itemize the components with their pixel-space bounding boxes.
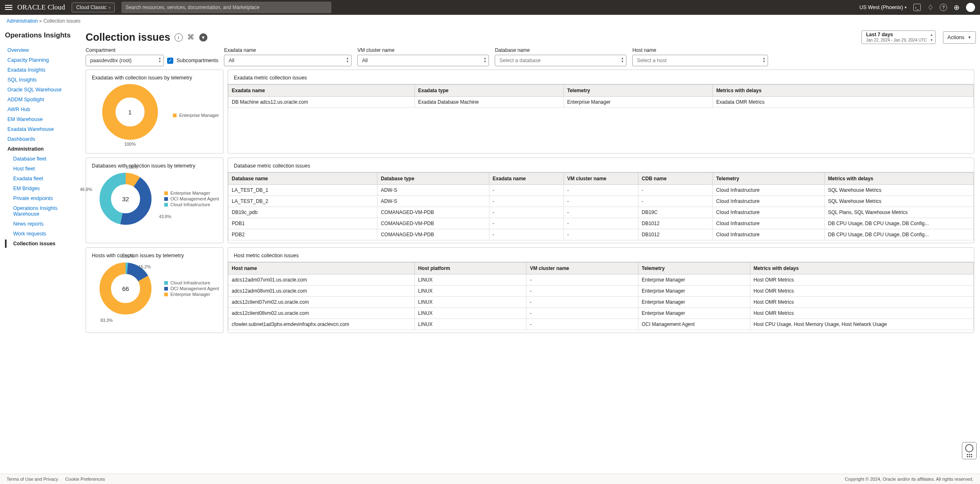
compartment-select[interactable]: paasdevdbx (root)▴▾ bbox=[86, 55, 164, 66]
sidebar-item-private-endpoints[interactable]: Private endpoints bbox=[5, 193, 82, 203]
table-cell: DB19C bbox=[638, 207, 713, 218]
subcompartments-checkbox[interactable]: ✓ bbox=[167, 58, 173, 64]
sidebar-item-capacity-planning[interactable]: Capacity Planning bbox=[5, 55, 82, 65]
table-header[interactable]: Metrics with delays bbox=[824, 173, 973, 185]
legend-item[interactable]: Cloud Infrastructure bbox=[164, 280, 219, 285]
sidebar-item-work-requests[interactable]: Work requests bbox=[5, 229, 82, 239]
sidebar-item-operations-insights-warehouse[interactable]: Operations Insights Warehouse bbox=[5, 203, 82, 219]
sidebar-item-oracle-sql-warehouse[interactable]: Oracle SQL Warehouse bbox=[5, 85, 82, 95]
compartment-tree-icon[interactable]: ⌘ bbox=[187, 33, 195, 42]
table-header[interactable]: Metrics with delays bbox=[750, 263, 973, 275]
table-row[interactable]: PDB1COMANAGED-VM-PDB--DB1012Cloud Infras… bbox=[228, 218, 974, 229]
database-metric-table[interactable]: Database nameDatabase typeExadata nameVM… bbox=[228, 172, 974, 240]
table-row[interactable]: DB Machine adcs12.us.oracle.comExadata D… bbox=[228, 97, 974, 108]
table-header[interactable]: Telemetry bbox=[563, 85, 712, 97]
notifications-icon[interactable]: ♢ bbox=[926, 4, 934, 11]
databases-donut-chart[interactable]: 32 9.38% 43.8% 46.9% bbox=[99, 172, 152, 226]
sidebar-item-host-fleet[interactable]: Host fleet bbox=[5, 164, 82, 174]
exadata-name-select[interactable]: All▴▾ bbox=[224, 55, 351, 66]
table-row[interactable]: adcs12client08vm02.us.oracle.comLINUX-En… bbox=[228, 308, 974, 319]
table-header[interactable]: Database name bbox=[228, 173, 377, 185]
table-header[interactable]: Exadata type bbox=[414, 85, 563, 97]
panel-title: Databases with collection issues by tele… bbox=[86, 158, 223, 172]
table-header[interactable]: Host name bbox=[228, 263, 415, 275]
global-search-input[interactable] bbox=[121, 2, 331, 13]
table-row[interactable]: adcs12client07vm02.us.oracle.comLINUX-En… bbox=[228, 297, 974, 308]
table-header[interactable]: CDB name bbox=[638, 173, 713, 185]
sidebar-item-exadata-warehouse[interactable]: Exadata Warehouse bbox=[5, 124, 82, 134]
nav-menu-button[interactable] bbox=[5, 4, 12, 11]
table-cell: LINUX bbox=[414, 297, 526, 308]
table-row[interactable]: adcs12adm08vm01.us.oracle.comLINUX-Enter… bbox=[228, 286, 974, 297]
sidebar-item-database-fleet[interactable]: Database fleet bbox=[5, 154, 82, 164]
panel-title: Database metric collection issues bbox=[228, 158, 974, 172]
time-range-picker[interactable]: Last 7 days Jan 22, 2024 - Jan 29, 2024 … bbox=[861, 30, 936, 44]
breadcrumb: Administration » Collection issues bbox=[0, 15, 980, 27]
actions-menu-button[interactable]: Actions▼ bbox=[943, 31, 976, 44]
host-metric-table[interactable]: Host nameHost platformVM cluster nameTel… bbox=[228, 262, 974, 330]
table-cell: DB CPU Usage, DB CPU Usage, DB Config... bbox=[824, 218, 973, 229]
table-row[interactable]: PDB2COMANAGED-VM-PDB--DB1012Cloud Infras… bbox=[228, 229, 974, 240]
table-header[interactable]: Host platform bbox=[414, 263, 526, 275]
legend-item[interactable]: Enterprise Manager bbox=[173, 113, 219, 118]
sidebar-item-em-bridges[interactable]: EM Bridges bbox=[5, 184, 82, 193]
legend-item[interactable]: OCI Management Agent bbox=[164, 196, 219, 201]
region-selector[interactable]: US West (Phoenix)▾ bbox=[859, 3, 908, 12]
table-cell: DB CPU Usage, DB CPU Usage, DB Config... bbox=[824, 229, 973, 240]
vmcluster-name-select[interactable]: All▴▾ bbox=[357, 55, 489, 66]
sidebar-item-exadata-insights[interactable]: Exadata Insights bbox=[5, 65, 82, 75]
table-cell: - bbox=[526, 319, 638, 330]
cloud-classic-button[interactable]: Cloud Classic› bbox=[72, 2, 115, 12]
table-header[interactable]: Telemetry bbox=[713, 173, 825, 185]
table-header[interactable]: Telemetry bbox=[638, 263, 750, 275]
table-cell: COMANAGED-VM-PDB bbox=[377, 229, 489, 240]
dev-tools-icon[interactable]: ›_ bbox=[913, 4, 921, 11]
table-row[interactable]: DB19c_pdbCOMANAGED-VM-PDB--DB19CCloud In… bbox=[228, 207, 974, 218]
oracle-cloud-logo[interactable]: ORACLE Cloud bbox=[17, 3, 65, 12]
legend-item[interactable]: Enterprise Manager bbox=[164, 292, 219, 297]
table-row[interactable]: LA_TEST_DB_1ADW-S---Cloud Infrastructure… bbox=[228, 185, 974, 196]
panel-exadata-table: Exadata metric collection issues Exadata… bbox=[228, 70, 974, 154]
sidebar-item-sql-insights[interactable]: SQL Insights bbox=[5, 75, 82, 85]
exadata-metric-table[interactable]: Exadata nameExadata typeTelemetryMetrics… bbox=[228, 84, 974, 108]
sidebar-item-exadata-fleet[interactable]: Exadata fleet bbox=[5, 174, 82, 184]
table-header[interactable]: Exadata name bbox=[228, 85, 415, 97]
table-header[interactable]: VM cluster name bbox=[563, 173, 638, 185]
table-cell: Host OMR Metrics bbox=[750, 275, 973, 286]
host-name-select[interactable]: Select a host▴▾ bbox=[632, 55, 768, 66]
table-cell: adcs12client07vm02.us.oracle.com bbox=[228, 297, 415, 308]
language-globe-icon[interactable]: ⊕ bbox=[953, 4, 960, 11]
table-cell: Host CPU Usage, Host Memory Usage, Host … bbox=[750, 319, 973, 330]
table-row[interactable]: adcs12adm07vm01.us.oracle.comLINUX-Enter… bbox=[228, 275, 974, 286]
hosts-donut-chart[interactable]: 66 1.52% 15.2% 83.3% bbox=[99, 262, 152, 315]
filter-icon[interactable]: ▼ bbox=[199, 33, 207, 42]
database-name-select[interactable]: Select a database▴▾ bbox=[495, 55, 626, 66]
sidebar-item-addm-spotlight[interactable]: ADDM Spotlight bbox=[5, 95, 82, 105]
table-header[interactable]: Metrics with delays bbox=[713, 85, 974, 97]
sidebar-item-em-warehouse[interactable]: EM Warehouse bbox=[5, 114, 82, 124]
help-icon[interactable]: ? bbox=[940, 4, 947, 11]
table-cell: - bbox=[489, 218, 563, 229]
sidebar-item-overview[interactable]: Overview bbox=[5, 45, 82, 55]
table-header[interactable]: VM cluster name bbox=[526, 263, 638, 275]
table-cell: adcs12adm07vm01.us.oracle.com bbox=[228, 275, 415, 286]
table-cell: ADW-S bbox=[377, 196, 489, 207]
legend-item[interactable]: Cloud Infrastructure bbox=[164, 202, 219, 207]
sidebar-item-news-reports[interactable]: News reports bbox=[5, 219, 82, 229]
sidebar-item-awr-hub[interactable]: AWR Hub bbox=[5, 105, 82, 114]
table-row[interactable]: cfowler.subnet1ad3phx.emdevinfraphx.orac… bbox=[228, 319, 974, 330]
legend-item[interactable]: Enterprise Manager bbox=[164, 191, 219, 195]
table-row[interactable]: LA_TEST_DB_2ADW-S---Cloud Infrastructure… bbox=[228, 196, 974, 207]
sidebar-item-dashboards[interactable]: Dashboards bbox=[5, 134, 82, 144]
global-header: ORACLE Cloud Cloud Classic› US West (Pho… bbox=[0, 0, 980, 15]
table-header[interactable]: Exadata name bbox=[489, 173, 563, 185]
table-cell: DB19c_pdb bbox=[228, 207, 377, 218]
table-header[interactable]: Database type bbox=[377, 173, 489, 185]
breadcrumb-administration-link[interactable]: Administration bbox=[7, 18, 38, 24]
legend-item[interactable]: OCI Management Agent bbox=[164, 286, 219, 291]
sidebar-item-collection-issues[interactable]: Collection issues bbox=[5, 239, 82, 249]
sidebar-item-administration[interactable]: Administration bbox=[5, 144, 82, 154]
info-icon[interactable]: i bbox=[175, 33, 183, 42]
user-avatar[interactable] bbox=[966, 3, 975, 12]
exadatas-donut-chart[interactable]: 1 bbox=[102, 84, 158, 140]
